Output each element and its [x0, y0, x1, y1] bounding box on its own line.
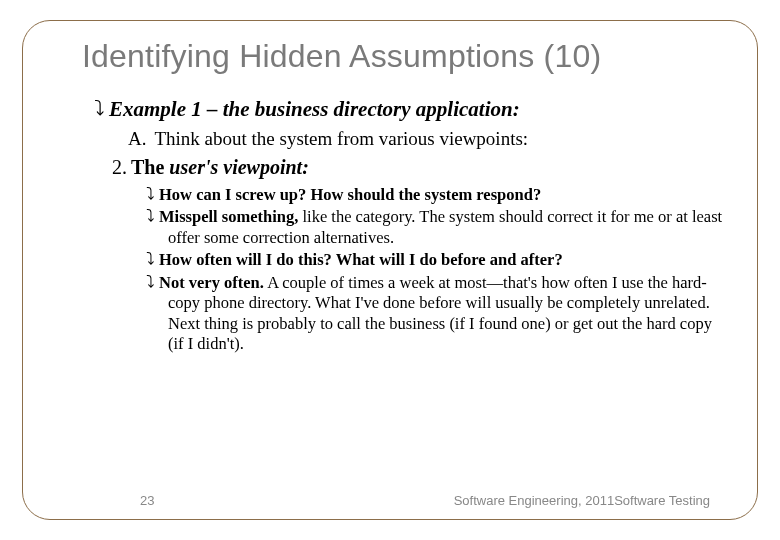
list-letter: A.: [128, 128, 154, 149]
example-rest: – the business directory application:: [202, 97, 520, 121]
arrow-icon: ⤵: [146, 273, 159, 292]
example-heading: ⤵Example 1 – the business directory appl…: [94, 97, 728, 122]
subpoint-a: A.Think about the system from various vi…: [128, 128, 728, 150]
subpoint-a-text: Think about the system from various view…: [154, 128, 528, 149]
item-bold: Not very often.: [159, 273, 264, 292]
arrow-icon: ⤵: [146, 185, 159, 204]
list-item: ⤵How can I screw up? How should the syst…: [146, 185, 728, 205]
numbered-ital: user's viewpoint:: [169, 156, 308, 178]
numbered-item: 2.The user's viewpoint:: [112, 156, 728, 179]
item-bold: How often will I do this? What will I do…: [159, 250, 563, 269]
arrow-icon: ⤵: [146, 207, 159, 226]
bullet-list: ⤵How can I screw up? How should the syst…: [146, 185, 728, 355]
list-item: ⤵How often will I do this? What will I d…: [146, 250, 728, 270]
list-item: ⤵Not very often. A couple of times a wee…: [146, 273, 728, 355]
list-number: 2.: [112, 156, 131, 178]
footer-right: Software Engineering, 2011Software Testi…: [454, 493, 710, 508]
example-lead: Example 1: [109, 97, 202, 121]
slide-title: Identifying Hidden Assumptions (10): [82, 38, 728, 75]
item-bold: Misspell something,: [159, 207, 298, 226]
arrow-icon: ⤵: [94, 97, 109, 121]
item-bold: How can I screw up? How should the syste…: [159, 185, 541, 204]
slide: Identifying Hidden Assumptions (10) ⤵Exa…: [0, 0, 780, 540]
page-number: 23: [140, 493, 154, 508]
arrow-icon: ⤵: [146, 250, 159, 269]
list-item: ⤵Misspell something, like the category. …: [146, 207, 728, 248]
numbered-lead: The: [131, 156, 169, 178]
